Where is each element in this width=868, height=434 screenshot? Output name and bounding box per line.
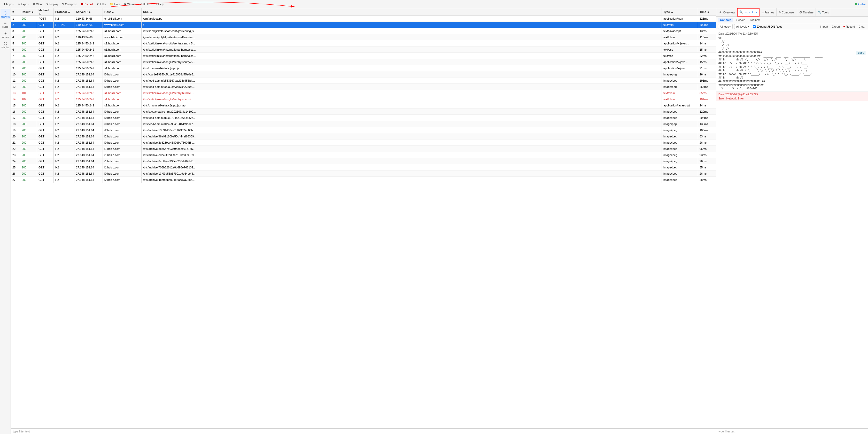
- dropdown-chevron-icon: ▾: [729, 25, 731, 28]
- table-row[interactable]: 4 200 GET H2 110.43.34.66 www.bilibili.c…: [11, 34, 716, 40]
- console-export-button[interactable]: Export: [831, 25, 841, 29]
- table-row[interactable]: 15 200 GET H2 125.94.50.242 s1.hdslb.com…: [11, 102, 716, 108]
- tab-timeline[interactable]: ⏱ Timeline: [797, 8, 816, 16]
- col-header-serverip[interactable]: ServerIP ▲: [74, 8, 103, 15]
- files-button[interactable]: 📁 Files: [108, 2, 122, 6]
- filter-button[interactable]: ▼ Filter: [95, 2, 108, 6]
- table-row[interactable]: 23 200 GET H2 27.148.151.64 i1.hdslb.com…: [11, 152, 716, 158]
- cell-type: image/jpeg: [662, 78, 698, 84]
- table-row[interactable]: 18 200 GET H2 27.148.151.64 i0.hdslb.com…: [11, 121, 716, 127]
- cell-num: 2: [11, 22, 20, 28]
- console-error-text: Error: Network Error: [718, 97, 866, 100]
- tab-frames[interactable]: ☰ Frames: [759, 8, 777, 16]
- cell-type: image/png: [662, 71, 698, 77]
- compose-button[interactable]: ✎ Compose: [60, 2, 79, 6]
- table-row[interactable]: 13 404 GET H2 125.94.50.242 s1.hdslb.com…: [11, 90, 716, 96]
- cell-serverip: 125.94.50.242: [74, 46, 103, 53]
- rules-icon: ≡: [4, 21, 6, 25]
- table-row[interactable]: 21 200 GET H2 27.148.151.64 i0.hdslb.com…: [11, 140, 716, 146]
- col-header-protocol[interactable]: Protocol ▲: [54, 8, 74, 15]
- table-row[interactable]: 24 200 GET H2 27.148.151.64 i1.hdslb.com…: [11, 158, 716, 164]
- record-button[interactable]: Record: [79, 2, 94, 6]
- col-header-host[interactable]: Host ▲: [103, 8, 142, 15]
- table-row[interactable]: 16 200 GET H2 27.148.151.64 i0.hdslb.com…: [11, 108, 716, 115]
- export-icon: ⬇: [18, 2, 20, 6]
- cell-time: 26ms: [698, 71, 716, 77]
- cell-time: 15ms: [698, 46, 716, 53]
- cell-url: /bfs/archive/6ebfbfea933ea233de041d0...: [142, 158, 662, 164]
- subtab-console[interactable]: Console: [718, 18, 733, 22]
- tab-overview[interactable]: 👁 Overview: [717, 8, 737, 16]
- table-row[interactable]: 20 200 GET H2 27.148.151.64 i2.hdslb.com…: [11, 133, 716, 140]
- cell-result: 200: [20, 152, 37, 158]
- table-row[interactable]: 10 200 GET H2 27.148.151.64 i0.hdslb.com…: [11, 71, 716, 78]
- console-record-button[interactable]: Record: [842, 25, 856, 29]
- sidebar-item-plugins[interactable]: ⬡ Plugins: [1, 40, 10, 50]
- cell-serverip: 125.94.50.242: [74, 90, 103, 96]
- col-header-result[interactable]: Result ▲: [20, 8, 37, 15]
- tab-composer[interactable]: ✎ Composer: [777, 8, 797, 16]
- table-row[interactable]: 19 200 GET H2 27.148.151.64 i2.hdslb.com…: [11, 127, 716, 133]
- cell-num: 17: [11, 115, 20, 121]
- table-row[interactable]: 7 200 GET H2 125.94.50.242 s1.hdslb.com …: [11, 53, 716, 59]
- all-levels-dropdown[interactable]: All levels ▾: [734, 24, 751, 29]
- table-row[interactable]: 8 200 GET H2 125.94.50.242 s1.hdslb.com …: [11, 59, 716, 65]
- clear-button[interactable]: ✕ Clear: [31, 2, 44, 6]
- cell-method: GET: [37, 152, 54, 158]
- table-row[interactable]: 25 200 GET H2 27.148.151.64 i1.hdslb.com…: [11, 164, 716, 170]
- console-import-button[interactable]: Import: [819, 25, 829, 29]
- tab-tools[interactable]: 🔧 Tools: [816, 8, 831, 16]
- cell-host: i0.hdslb.com: [103, 84, 142, 90]
- table-row[interactable]: 6 200 GET H2 125.94.50.242 s1.hdslb.com …: [11, 46, 716, 53]
- cell-serverip: 125.94.50.242: [74, 65, 103, 71]
- console-record-dot-icon: [843, 26, 845, 27]
- table-row[interactable]: 11 200 GET H2 27.148.151.64 i0.hdslb.com…: [11, 78, 716, 84]
- cell-time: 14ms: [698, 40, 716, 46]
- cell-type: text/plain: [662, 34, 698, 40]
- table-row[interactable]: 1 200 POST H2 110.43.34.66 cm.bilibili.c…: [11, 16, 716, 22]
- expand-json-root-checkbox[interactable]: [753, 25, 756, 28]
- replay-button[interactable]: ↺ Replay: [45, 2, 60, 6]
- weinre-button[interactable]: ◉ Weinre: [122, 2, 138, 6]
- table-row[interactable]: 12 200 GET H2 27.148.151.64 i0.hdslb.com…: [11, 84, 716, 90]
- cell-method: GET: [37, 170, 54, 177]
- export-button[interactable]: ⬇ Export: [16, 2, 31, 6]
- all-logs-dropdown[interactable]: All logs ▾: [718, 24, 733, 29]
- cell-url: /bfs/archive/703b326d2e8b698e762132...: [142, 164, 662, 170]
- help-button[interactable]: ? Help: [154, 2, 165, 6]
- cell-result: 200: [20, 71, 37, 77]
- table-row[interactable]: 14 404 GET H2 125.94.50.242 s1.hdslb.com…: [11, 96, 716, 102]
- cell-result: 200: [20, 133, 37, 139]
- cell-result: 200: [20, 78, 37, 84]
- table-row[interactable]: 5 200 GET H2 125.94.50.242 s1.hdslb.com …: [11, 40, 716, 46]
- table-row[interactable]: 9 200 GET H2 125.94.50.242 s1.hdslb.com …: [11, 65, 716, 71]
- col-header-url[interactable]: URL ▲: [142, 8, 662, 15]
- col-header-method[interactable]: Method ▲: [37, 8, 54, 15]
- cell-time: 191ms: [698, 78, 716, 84]
- cell-method: GET: [37, 84, 54, 90]
- cell-time: 263ms: [698, 84, 716, 90]
- import-button[interactable]: ⬆ Import: [2, 2, 16, 6]
- console-action-buttons: Import Export Record Clear: [819, 25, 866, 29]
- https-button[interactable]: ✓ HTTPS: [138, 2, 154, 6]
- subtab-toolbox[interactable]: Toolbox: [748, 18, 762, 22]
- table-row[interactable]: 17 200 GET H2 27.148.151.64 i0.hdslb.com…: [11, 115, 716, 121]
- subtab-server[interactable]: Server: [734, 18, 747, 22]
- cell-protocol: H2: [54, 65, 74, 71]
- console-clear-button[interactable]: Clear: [858, 25, 866, 29]
- cell-host: s1.hdslb.com: [103, 90, 142, 96]
- table-row[interactable]: 27 200 GET H2 27.148.151.64 i2.hdslb.com…: [11, 177, 716, 183]
- sidebar-item-values[interactable]: ◈ Values: [1, 30, 10, 39]
- expand-json-root-label[interactable]: Expand JSON Root: [753, 25, 782, 28]
- tab-inspectors[interactable]: 🔍 Inspectors: [737, 8, 759, 16]
- table-row[interactable]: 22 200 GET H2 27.148.151.64 i1.hdslb.com…: [11, 146, 716, 152]
- cell-url: /bfs/feed-admin/a0c4298a1584dc9edec...: [142, 121, 662, 127]
- sidebar-item-network[interactable]: ⬡ Network: [1, 9, 10, 19]
- table-row[interactable]: 2 200 GET HTTPS 110.43.34.66 www.baidu.c…: [11, 22, 716, 28]
- table-row[interactable]: 26 200 GET H2 27.148.151.64 i0.hdslb.com…: [11, 170, 716, 177]
- sidebar-item-rules[interactable]: ≡ Rules: [1, 20, 10, 29]
- col-header-time[interactable]: Time ▲: [698, 8, 716, 15]
- col-header-type[interactable]: Type ▲: [662, 8, 698, 15]
- table-row[interactable]: 3 200 GET H2 125.94.50.242 s1.hdslb.com …: [11, 28, 716, 34]
- cell-url: /bfs/feed-admin/db2c2794a71868c5a2d...: [142, 115, 662, 121]
